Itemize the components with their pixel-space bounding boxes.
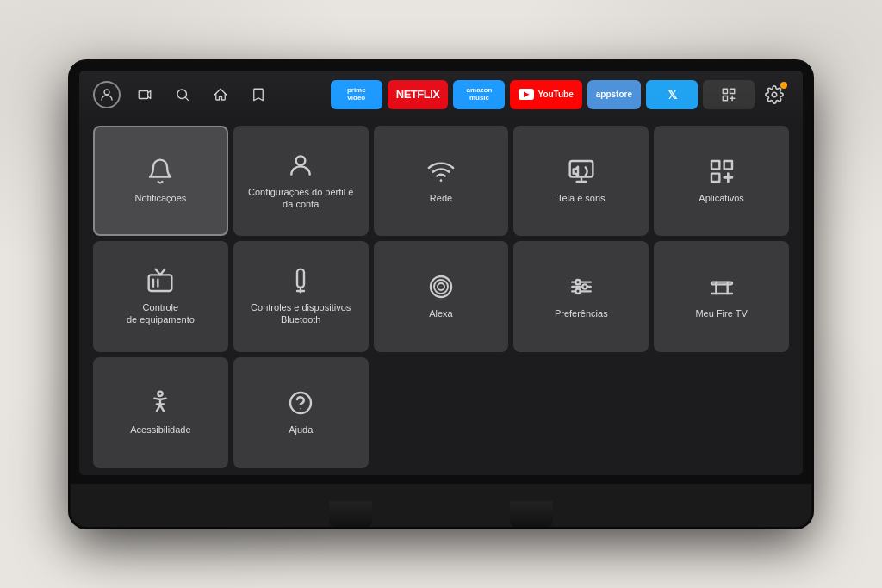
empty-cell-3 xyxy=(654,357,789,468)
svg-rect-5 xyxy=(723,96,727,100)
wifi-icon xyxy=(427,158,455,185)
grid-item-device-control[interactable]: Controle de equipamento xyxy=(93,241,228,352)
tv-leg-right xyxy=(510,501,553,527)
svg-point-23 xyxy=(575,280,580,284)
settings-button[interactable] xyxy=(760,80,789,109)
svg-rect-11 xyxy=(724,161,731,169)
tv-leg-left xyxy=(329,501,372,527)
svg-rect-3 xyxy=(723,89,727,93)
svg-point-8 xyxy=(440,179,443,182)
notifications-label: Notificações xyxy=(134,192,186,204)
profile-icon[interactable] xyxy=(93,81,121,108)
device-control-label: Controle de equipamento xyxy=(127,301,195,326)
grid-item-accessibility[interactable]: Acessibilidade xyxy=(93,357,228,468)
prime-video-app[interactable]: primevideo xyxy=(331,80,382,109)
grid-item-bluetooth[interactable]: Controles e dispositivos Bluetooth xyxy=(233,241,369,352)
svg-point-19 xyxy=(438,283,444,290)
bluetooth-remote-icon xyxy=(287,267,314,294)
grid-item-my-fire-tv[interactable]: Meu Fire TV xyxy=(654,241,789,352)
bell-icon xyxy=(146,158,174,185)
search-icon[interactable] xyxy=(169,81,196,108)
input-icon[interactable] xyxy=(131,81,158,108)
svg-point-7 xyxy=(296,156,306,165)
home-icon[interactable] xyxy=(207,81,234,108)
appstore-label: appstore xyxy=(596,90,632,99)
network-label: Rede xyxy=(430,192,452,204)
grid-item-display-sound[interactable]: Tela e sons xyxy=(513,126,649,237)
svg-point-24 xyxy=(582,285,587,289)
appstore-app[interactable]: appstore xyxy=(587,80,641,109)
settings-notification-dot xyxy=(780,82,787,89)
twitter-app[interactable]: 𝕏 xyxy=(646,80,698,109)
preferences-label: Preferências xyxy=(555,307,608,319)
grid-item-preferences[interactable]: Preferências xyxy=(513,241,649,352)
bluetooth-label: Controles e dispositivos Bluetooth xyxy=(251,301,351,326)
svg-rect-12 xyxy=(711,173,719,181)
display-sound-icon xyxy=(568,158,595,185)
svg-point-30 xyxy=(158,392,163,396)
amazon-music-app[interactable]: amazonmusic xyxy=(453,80,505,109)
grid-item-help[interactable]: Ajuda xyxy=(233,357,369,468)
grid-item-profile-settings[interactable]: Configurações do perfil e da conta xyxy=(233,126,369,237)
alexa-label: Alexa xyxy=(429,307,453,319)
svg-rect-1 xyxy=(139,90,148,98)
apps-label: Aplicativos xyxy=(699,192,744,204)
help-label: Ajuda xyxy=(289,424,313,436)
svg-point-0 xyxy=(104,90,109,95)
accessibility-label: Acessibilidade xyxy=(130,424,190,436)
profile-settings-label: Configurações do perfil e da conta xyxy=(242,186,360,211)
svg-point-33 xyxy=(301,408,301,409)
display-sound-label: Tela e sons xyxy=(557,192,606,204)
youtube-label: YouTube xyxy=(537,90,573,99)
empty-cell-1 xyxy=(374,357,509,468)
grid-item-apps[interactable]: Aplicativos xyxy=(654,126,789,237)
device-control-icon xyxy=(146,267,174,294)
tv-bezel: primevideo NETFLIX amazonmusic ▶ xyxy=(71,62,811,484)
svg-rect-13 xyxy=(149,275,172,292)
preferences-icon xyxy=(568,273,595,300)
help-icon xyxy=(287,389,314,417)
netflix-app[interactable]: NETFLIX xyxy=(388,80,449,109)
grid-item-alexa[interactable]: Alexa xyxy=(374,241,509,352)
profile-settings-icon xyxy=(287,152,314,179)
alexa-icon xyxy=(427,273,455,300)
bookmark-icon[interactable] xyxy=(245,81,272,108)
tv-stand xyxy=(71,484,811,527)
nav-icons-group xyxy=(93,81,272,108)
apps-icon xyxy=(708,158,736,185)
svg-rect-26 xyxy=(711,282,732,285)
netflix-label: NETFLIX xyxy=(396,88,440,101)
tv-outer: primevideo NETFLIX amazonmusic ▶ xyxy=(71,62,811,527)
more-apps-button[interactable] xyxy=(703,80,755,109)
tv-header: primevideo NETFLIX amazonmusic ▶ xyxy=(79,71,803,119)
svg-rect-10 xyxy=(711,161,719,169)
grid-item-notifications[interactable]: Notificações xyxy=(93,126,228,237)
grid-item-network[interactable]: Rede xyxy=(374,126,509,237)
svg-point-6 xyxy=(772,92,777,97)
my-fire-tv-label: Meu Fire TV xyxy=(695,307,747,319)
youtube-app[interactable]: ▶ YouTube xyxy=(510,80,581,109)
svg-rect-4 xyxy=(730,89,735,93)
fire-tv-icon xyxy=(708,273,736,300)
svg-point-25 xyxy=(575,289,580,294)
svg-rect-16 xyxy=(297,269,304,288)
accessibility-icon xyxy=(146,389,174,417)
svg-point-18 xyxy=(434,280,448,294)
header-apps-group: primevideo NETFLIX amazonmusic ▶ xyxy=(281,80,789,109)
empty-cell-2 xyxy=(513,357,649,468)
tv-screen: primevideo NETFLIX amazonmusic ▶ xyxy=(79,71,803,475)
settings-grid: Notificações Configurações do perfil e d… xyxy=(79,119,803,475)
